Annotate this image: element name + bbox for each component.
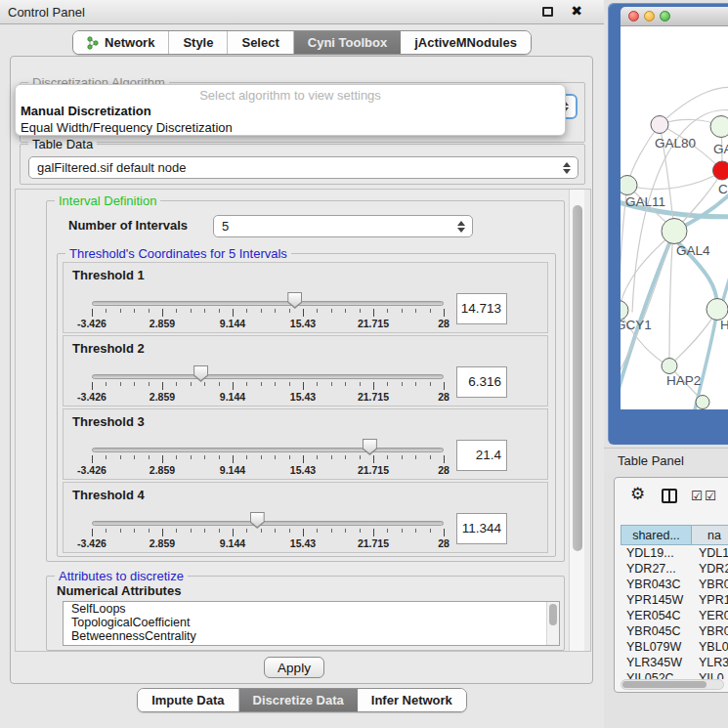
column-header-name[interactable]: na [692,525,728,545]
list-scrollbar[interactable] [546,602,559,645]
cell-name[interactable]: YDL1 [695,545,728,561]
close-traffic-light-icon[interactable] [628,11,639,21]
cell-name[interactable]: YLR3 [695,655,728,670]
tab-impute-data[interactable]: Impute Data [138,689,238,711]
tab-discretize-data[interactable]: Discretize Data [239,689,358,711]
slider-track[interactable] [92,374,444,379]
tick [233,529,234,536]
slider-track[interactable] [92,521,444,526]
cell-shared-name[interactable]: YDR27... [621,561,695,577]
tab-network[interactable]: Network [73,31,169,54]
cell-shared-name[interactable]: YPR145W [621,592,695,608]
table-row[interactable]: YDL19...YDL1 [621,545,728,561]
minimize-traffic-light-icon[interactable] [644,11,655,21]
scrollbar-thumb[interactable] [573,205,582,551]
network-node[interactable] [713,161,728,180]
apply-button[interactable]: Apply [264,657,324,678]
tick [275,529,276,533]
slider-thumb[interactable] [287,292,302,309]
slider-track[interactable] [92,448,444,452]
checkbox-checked-icon[interactable]: ☑ [705,488,716,503]
zoom-traffic-light-icon[interactable] [660,11,670,21]
cell-shared-name[interactable]: YLR345W [621,655,695,670]
tick [191,382,192,386]
spinner-icon [457,221,465,233]
tab-label: Select [241,35,278,50]
numerical-attributes-list[interactable]: SelfLoopsTopologicalCoefficientBetweenne… [63,601,560,646]
cell-name[interactable]: YBR0 [695,623,728,639]
threshold-value-field[interactable]: 14.713 [456,293,507,324]
table-row[interactable]: YLR345WYLR3 [621,655,728,670]
tick [360,309,361,313]
slider-track[interactable] [92,301,444,306]
table-row[interactable]: YDR27...YDR2 [621,561,728,577]
slider-thumb[interactable] [250,512,265,529]
network-node[interactable] [696,396,709,409]
tab-style[interactable]: Style [169,31,228,54]
network-node[interactable] [662,219,687,244]
cell-name[interactable]: YIL0 [695,670,728,679]
network-node[interactable] [662,359,677,374]
network-node[interactable] [651,116,668,134]
tick [149,309,150,313]
cell-shared-name[interactable]: YER054C [621,608,695,623]
gear-icon[interactable]: ⚙ [630,484,645,504]
float-window-icon[interactable] [542,7,553,17]
tab-cyni-toolbox[interactable]: Cyni Toolbox [294,31,401,54]
tick [204,455,205,459]
table-row[interactable]: YER054CYER0 [621,608,728,623]
network-titlebar[interactable] [621,7,728,26]
cell-name[interactable]: YPR1 [695,592,728,608]
threshold-value-field[interactable]: 21.4 [456,440,507,471]
checkbox-checked-icon[interactable]: ☑ [691,488,703,503]
table-data-combobox[interactable]: galFiltered.sif default node [28,156,578,179]
tick [289,455,290,459]
network-canvas[interactable]: GAL80GACGAL11GAL4GCY1HHAP2 [621,26,728,409]
tab-infer-network[interactable]: Infer Network [358,689,466,711]
cell-shared-name[interactable]: YIL052C [621,670,695,679]
table-row[interactable]: YBR045CYBR0 [621,623,728,639]
scrollbar-thumb[interactable] [549,604,557,625]
cell-name[interactable]: YDR2 [695,561,728,577]
columns-icon[interactable] [662,489,677,503]
cell-name[interactable]: YBL0 [695,639,728,655]
slider-ticks [92,382,444,391]
num-intervals-combobox[interactable]: 5 [213,215,473,237]
tick [162,529,163,536]
cell-shared-name[interactable]: YBR045C [621,623,695,639]
dropdown-option-manual[interactable]: Manual Discretization [16,103,565,119]
list-item[interactable]: SelfLoops [64,602,559,616]
tab-select[interactable]: Select [228,31,293,54]
tick [444,309,445,317]
cell-name[interactable]: YER0 [695,608,728,623]
slider-thumb[interactable] [363,439,377,455]
cell-shared-name[interactable]: YBR043C [621,577,695,592]
node-label: GA [713,142,728,156]
tick-label: 28 [438,464,450,476]
close-icon[interactable]: ✖ [571,3,582,19]
list-item[interactable]: BetweennessCentrality [64,629,559,643]
table-row[interactable]: YBL079WYBL0 [621,639,728,655]
tick [92,529,93,536]
panel-scrollbar[interactable] [569,190,584,651]
network-node[interactable] [710,116,728,138]
table-row[interactable]: YBR043CYBR0 [621,577,728,592]
scrollbar-thumb[interactable] [622,681,707,688]
network-node[interactable] [621,176,637,195]
table-row[interactable]: YPR145WYPR1 [621,592,728,608]
list-item[interactable]: TopologicalCoefficient [64,616,559,629]
cell-name[interactable]: YBR0 [695,577,728,592]
node-label: C [718,182,728,196]
table-hscrollbar[interactable] [621,679,724,690]
tab-jactivemnodules[interactable]: jActiveMNodules [401,31,531,54]
column-header-shared-name[interactable]: shared... [621,525,692,545]
table-row[interactable]: YIL052CYIL0 [621,670,728,679]
threshold-value-field[interactable]: 11.344 [456,513,507,544]
tick [415,455,416,459]
dropdown-option-equal-width[interactable]: Equal Width/Frequency Discretization [16,119,565,136]
cell-shared-name[interactable]: YBL079W [621,639,695,655]
threshold-value-field[interactable]: 6.316 [456,366,507,398]
cell-shared-name[interactable]: YDL19... [621,545,695,561]
network-window[interactable]: GAL80GACGAL11GAL4GCY1HHAP2 [608,3,728,445]
slider-thumb[interactable] [193,365,208,382]
